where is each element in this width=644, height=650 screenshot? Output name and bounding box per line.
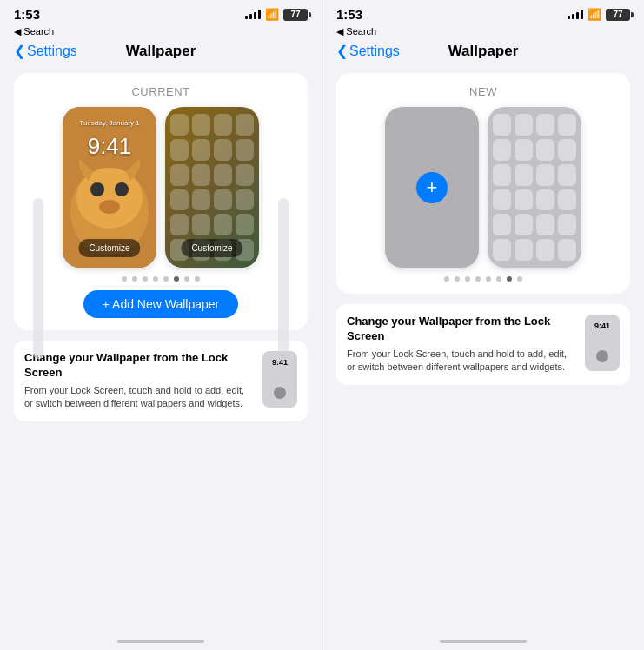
dot-1	[122, 276, 127, 282]
nav-bar-left: ❮ Settings Wallpaper	[0, 39, 322, 66]
dot-6-active	[174, 276, 179, 282]
info-desc-right: From your Lock Screen, touch and hold to…	[347, 348, 576, 375]
search-label-right: Search	[346, 26, 376, 36]
status-bar-left: 1:53 📶 77	[0, 0, 322, 25]
right-phone-panel: 1:53 📶 77 ◀ Search ❮ Settings Wallpaper …	[322, 0, 644, 650]
page-dots-left	[122, 276, 200, 282]
content-right: NEW +	[322, 66, 644, 633]
wifi-icon-left: 📶	[265, 8, 279, 21]
info-text-right: Change your Wallpaper from the Lock Scre…	[347, 315, 576, 375]
thumb-time-right: 9:41	[594, 322, 610, 330]
status-time-right: 1:53	[336, 7, 362, 22]
search-arrow-left: ◀	[14, 26, 21, 36]
dot-5	[163, 276, 169, 282]
info-thumb-right: 9:41	[585, 315, 620, 371]
dot-2	[132, 276, 137, 282]
wallpaper-card-right: NEW +	[336, 73, 630, 294]
info-card-right: Change your Wallpaper from the Lock Scre…	[336, 304, 630, 385]
left-phone-panel: 1:53 📶 77 ◀ Search ❮ Settings Wallpaper …	[0, 0, 322, 650]
lock-time: 9:41	[63, 133, 156, 160]
customize-lock-btn[interactable]: Customize	[78, 239, 140, 257]
info-desc-left: From your Lock Screen, touch and hold to…	[24, 384, 254, 411]
nav-bar-right: ❮ Settings Wallpaper	[322, 39, 644, 66]
info-thumb-left: 9:41	[262, 351, 297, 408]
add-wallpaper-button[interactable]: + Add New Wallpaper	[83, 290, 239, 318]
r-dot-3	[465, 276, 470, 282]
customize-home-btn[interactable]: Customize	[181, 239, 242, 257]
thumb-time-left: 9:41	[272, 358, 288, 367]
signal-icon-left	[245, 10, 261, 19]
wallpaper-card-left: CURRENT Tuesday, January 1 9:41 Customiz…	[14, 73, 308, 330]
chevron-left-icon-left: ❮	[14, 43, 25, 59]
status-time-left: 1:53	[14, 7, 40, 22]
back-button-left[interactable]: ❮ Settings	[14, 43, 77, 59]
side-peek-right	[278, 198, 289, 359]
signal-icon-right	[568, 10, 583, 19]
thumb-circle-left	[274, 387, 286, 399]
dot-4	[153, 276, 158, 282]
page-title-right: Wallpaper	[448, 43, 519, 60]
r-dot-5	[486, 276, 491, 282]
info-title-left: Change your Wallpaper from the Lock Scre…	[24, 351, 254, 381]
chevron-left-icon-right: ❮	[336, 43, 348, 59]
status-icons-left: 📶 77	[245, 8, 308, 21]
side-peek-left	[33, 198, 43, 359]
r-dot-7-active	[507, 276, 512, 282]
thumb-circle-right	[596, 350, 608, 362]
home-bar-right	[440, 640, 527, 643]
info-card-left: Change your Wallpaper from the Lock Scre…	[14, 341, 308, 421]
lock-screen-phone-left[interactable]: Tuesday, January 1 9:41 Customize	[63, 107, 156, 268]
dot-7	[184, 276, 189, 282]
page-title-left: Wallpaper	[126, 43, 196, 60]
phones-row-left: Tuesday, January 1 9:41 Customize	[63, 107, 259, 268]
home-screen-phone-left[interactable]: Customize	[165, 107, 259, 268]
battery-right: 77	[606, 9, 630, 21]
r-dot-4	[475, 276, 481, 282]
new-home-grid	[488, 107, 581, 268]
r-dot-8	[517, 276, 522, 282]
status-bar-right: 1:53 📶 77	[322, 0, 644, 25]
info-title-right: Change your Wallpaper from the Lock Scre…	[347, 315, 576, 344]
page-dots-right	[444, 276, 522, 282]
back-label-left: Settings	[27, 43, 77, 59]
content-left: CURRENT Tuesday, January 1 9:41 Customiz…	[0, 66, 322, 633]
phones-row-right: +	[385, 107, 581, 268]
status-icons-right: 📶 77	[568, 8, 630, 21]
r-dot-2	[455, 276, 460, 282]
home-bar-left	[117, 640, 204, 643]
section-label-left: CURRENT	[131, 85, 189, 98]
search-label-left: Search	[23, 26, 54, 36]
section-label-right: NEW	[469, 85, 497, 98]
r-dot-6	[496, 276, 501, 282]
back-button-right[interactable]: ❮ Settings	[336, 43, 400, 59]
search-back-left[interactable]: ◀ Search	[0, 25, 322, 39]
home-indicator-right	[322, 633, 644, 650]
plus-icon: +	[427, 176, 438, 199]
back-label-right: Settings	[349, 43, 400, 59]
battery-left: 77	[283, 9, 308, 21]
search-back-right[interactable]: ◀ Search	[322, 25, 644, 39]
home-indicator-left	[0, 633, 322, 650]
new-home-screen	[488, 107, 581, 268]
dot-8	[195, 276, 200, 282]
info-text-left: Change your Wallpaper from the Lock Scre…	[24, 351, 254, 411]
wifi-icon-right: 📶	[588, 8, 601, 21]
lock-date: Tuesday, January 1	[63, 119, 156, 127]
new-lock-screen[interactable]: +	[385, 107, 479, 268]
search-arrow-right: ◀	[336, 26, 343, 36]
add-wallpaper-plus[interactable]: +	[416, 172, 448, 203]
r-dot-1	[444, 276, 449, 282]
dot-3	[143, 276, 148, 282]
